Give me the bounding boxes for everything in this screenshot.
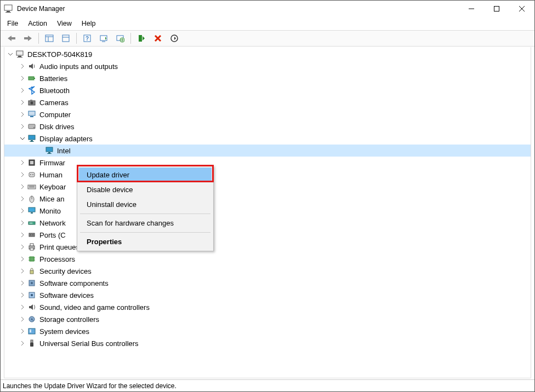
expander-icon[interactable] xyxy=(19,62,26,70)
svg-rect-42 xyxy=(30,161,33,164)
ctx-uninstall-device[interactable]: Uninstall device xyxy=(79,197,212,212)
svg-point-55 xyxy=(31,223,32,224)
svg-point-34 xyxy=(33,127,35,128)
expander-icon[interactable] xyxy=(19,135,26,142)
back-button[interactable] xyxy=(4,32,19,45)
svg-rect-32 xyxy=(30,116,33,117)
uninstall-device-button[interactable] xyxy=(150,32,166,45)
audio-icon xyxy=(27,62,36,71)
tree-category-display[interactable]: Display adapters xyxy=(4,132,531,145)
expander-icon[interactable] xyxy=(7,50,14,58)
update-driver-button[interactable] xyxy=(112,32,128,45)
tree-category-audio[interactable]: Audio inputs and outputs xyxy=(4,60,531,72)
show-hide-tree-button[interactable] xyxy=(42,32,57,45)
menu-help[interactable]: Help xyxy=(82,20,96,27)
tree-category-batteries[interactable]: Batteries xyxy=(4,72,531,84)
expander-icon[interactable] xyxy=(19,291,26,299)
tree-category-label: Network xyxy=(39,219,66,227)
forward-button[interactable] xyxy=(20,32,36,45)
ctx-disable-device[interactable]: Disable device xyxy=(79,182,212,197)
svg-rect-40 xyxy=(47,153,52,154)
expander-icon[interactable] xyxy=(19,74,26,82)
printq-icon xyxy=(27,243,36,251)
enable-device-button[interactable] xyxy=(134,32,149,45)
properties-button[interactable] xyxy=(58,32,73,45)
ctx-properties[interactable]: Properties xyxy=(79,234,212,249)
expander-icon[interactable] xyxy=(19,267,26,275)
window-buttons xyxy=(459,1,534,17)
svg-rect-62 xyxy=(30,257,34,261)
context-menu: Update driver Disable device Uninstall d… xyxy=(77,165,214,251)
expander-icon[interactable] xyxy=(19,159,26,166)
tree-category-security[interactable]: Security devices xyxy=(4,265,531,277)
menubar: File Action View Help xyxy=(1,17,534,30)
svg-text:?: ? xyxy=(86,36,89,42)
tree-category-label: Print queues xyxy=(39,243,79,251)
monitors-icon xyxy=(27,206,36,215)
tree-category-processors[interactable]: Processors xyxy=(4,253,531,265)
tree-category-storage[interactable]: Storage controllers xyxy=(4,313,531,325)
display-icon xyxy=(27,134,36,143)
expander-icon[interactable] xyxy=(19,195,26,203)
ctx-scan-hardware[interactable]: Scan for hardware changes xyxy=(79,216,212,230)
ctx-update-driver[interactable]: Update driver xyxy=(79,168,212,182)
maximize-button[interactable] xyxy=(484,1,509,17)
svg-rect-12 xyxy=(62,35,69,42)
tree-category-usb[interactable]: Universal Serial Bus controllers xyxy=(4,337,531,349)
tree-category-computer[interactable]: Computer xyxy=(4,108,531,120)
tree-category-label: Software devices xyxy=(39,291,94,299)
tree-category-label: Firmwar xyxy=(39,159,65,167)
svg-rect-71 xyxy=(31,294,33,296)
tree-root[interactable]: DESKTOP-504K819 xyxy=(4,48,531,60)
expander-icon[interactable] xyxy=(19,243,26,251)
svg-rect-78 xyxy=(30,343,33,347)
expander-icon[interactable] xyxy=(19,255,26,263)
menu-file[interactable]: File xyxy=(7,20,18,27)
expander-icon[interactable] xyxy=(19,231,26,239)
tree-category-bluetooth[interactable]: Bluetooth xyxy=(4,84,531,96)
expander-icon[interactable] xyxy=(19,327,26,335)
help-button[interactable]: ? xyxy=(79,32,95,45)
svg-rect-25 xyxy=(17,57,22,57)
svg-rect-8 xyxy=(24,37,28,39)
menu-action[interactable]: Action xyxy=(28,20,47,27)
expander-icon[interactable] xyxy=(19,99,26,106)
svg-rect-1 xyxy=(7,11,10,12)
tree-category-label: Keyboar xyxy=(39,183,66,191)
tree-category-disk[interactable]: Disk drives xyxy=(4,120,531,132)
tree-category-sound[interactable]: Sound, video and game controllers xyxy=(4,301,531,313)
disable-device-button[interactable] xyxy=(167,32,182,45)
tree-category-cameras[interactable]: Cameras xyxy=(4,96,531,108)
expander-icon[interactable] xyxy=(19,315,26,323)
expander-icon[interactable] xyxy=(19,219,26,227)
svg-rect-77 xyxy=(31,340,33,343)
tree-device-intel-graphics[interactable]: Intel xyxy=(4,145,531,157)
toolbar-separator xyxy=(76,33,77,44)
close-button[interactable] xyxy=(509,1,534,17)
usb-icon xyxy=(27,339,36,348)
expander-icon[interactable] xyxy=(19,339,26,347)
firmware-icon xyxy=(27,158,36,167)
window-title: Device Manager xyxy=(17,5,459,13)
expander-icon[interactable] xyxy=(19,171,26,178)
expander-icon[interactable] xyxy=(19,279,26,287)
tree-category-label: Bluetooth xyxy=(39,87,70,95)
scan-hardware-button[interactable] xyxy=(96,32,111,45)
expander-icon[interactable] xyxy=(19,123,26,130)
expander-icon[interactable] xyxy=(19,87,26,94)
batteries-icon xyxy=(27,74,36,83)
tree-category-swcomp[interactable]: Software components xyxy=(4,277,531,289)
svg-rect-31 xyxy=(29,111,35,116)
tree-category-swdev[interactable]: Software devices xyxy=(4,289,531,301)
menu-view[interactable]: View xyxy=(57,20,72,27)
expander-icon[interactable] xyxy=(19,207,26,215)
svg-point-58 xyxy=(32,234,33,235)
tree-category-system[interactable]: System devices xyxy=(4,325,531,337)
svg-rect-56 xyxy=(29,233,35,237)
minimize-button[interactable] xyxy=(459,1,484,17)
expander-icon[interactable] xyxy=(19,111,26,118)
ctx-separator xyxy=(80,214,210,214)
processors-icon xyxy=(27,255,36,263)
expander-icon[interactable] xyxy=(19,303,26,311)
expander-icon[interactable] xyxy=(19,183,26,191)
